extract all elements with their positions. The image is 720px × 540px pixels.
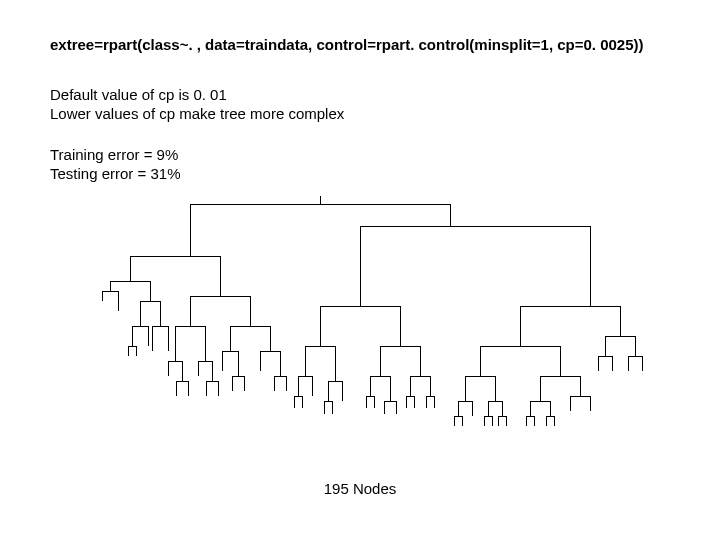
node-count-text: 195 Nodes — [0, 480, 720, 497]
error-block: Training error = 9% Testing error = 31% — [50, 146, 180, 184]
code-line: extree=rpart(class~. , data=traindata, c… — [50, 36, 644, 53]
cp-default-text: Default value of cp is 0. 01 — [50, 86, 344, 105]
cp-info-block: Default value of cp is 0. 01 Lower value… — [50, 86, 344, 124]
testing-error-text: Testing error = 31% — [50, 165, 180, 184]
training-error-text: Training error = 9% — [50, 146, 180, 165]
cp-lower-text: Lower values of cp make tree more comple… — [50, 105, 344, 124]
dendrogram-tree — [70, 196, 650, 456]
